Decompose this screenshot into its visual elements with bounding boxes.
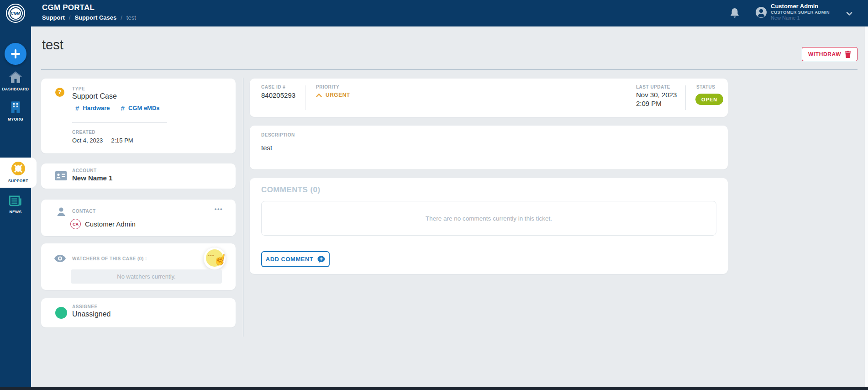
person-icon <box>56 206 67 217</box>
app-title: CGM PORTAL <box>42 3 95 12</box>
user-menu-chevron-down-icon[interactable] <box>846 10 853 17</box>
type-card: ? TYPE Support Case # Hardware # CGM eMD… <box>41 79 236 153</box>
user-menu[interactable]: Customer Admin CUSTOMER SUPER ADMIN New … <box>771 3 844 21</box>
contact-label: CONTACT <box>72 209 96 214</box>
case-id-value: 840205293 <box>261 91 295 99</box>
news-newspaper-icon <box>9 195 22 206</box>
chevron-up-icon <box>316 93 322 97</box>
hash-icon: # <box>121 104 125 112</box>
hash-icon: # <box>75 104 79 112</box>
created-date: Oct 4, 2023 <box>72 137 103 144</box>
column-divider <box>243 78 243 337</box>
topbar: CGM CGM PORTAL Support / Support Cases /… <box>0 0 868 26</box>
type-label: TYPE <box>72 86 85 91</box>
comments-empty-state: There are no comments currently in this … <box>261 201 716 236</box>
account-label: ACCOUNT <box>72 168 97 173</box>
last-update-date: Nov 30, 2023 <box>636 91 677 99</box>
assignee-avatar-dot <box>55 307 67 319</box>
status-badge: OPEN <box>695 94 723 105</box>
ellipsis-icon: ••• <box>208 253 215 258</box>
type-value: Support Case <box>72 92 117 100</box>
contact-options-menu[interactable]: ••• <box>215 206 223 212</box>
watchers-options-button[interactable]: ••• ☝ <box>204 248 226 269</box>
priority-value: URGENT <box>316 92 350 98</box>
watchers-card: WATCHERS OF THIS CASE (0) : ••• ☝ No wat… <box>41 243 236 290</box>
comments-header: COMMENTS (0) <box>261 185 320 195</box>
account-value: New Name 1 <box>72 174 112 182</box>
tag-hardware[interactable]: # Hardware <box>75 104 110 112</box>
watchers-empty-state: No watchers currently. <box>71 269 222 284</box>
account-card: ACCOUNT New Name 1 <box>41 163 236 189</box>
comments-card: COMMENTS (0) There are no comments curre… <box>250 178 728 274</box>
status-label: STATUS <box>696 84 715 90</box>
breadcrumb: Support / Support Cases / test <box>42 14 136 21</box>
last-update-label: LAST UPDATE <box>636 84 670 90</box>
myorg-building-icon <box>10 101 21 114</box>
create-new-fab-button[interactable] <box>5 43 26 65</box>
cgm-logo-text: CGM <box>10 7 22 20</box>
breadcrumb-current: test <box>126 14 136 21</box>
description-card: DESCRIPTION test <box>250 126 728 169</box>
created-value: Oct 4, 2023 2:15 PM <box>72 137 133 144</box>
contact-card: CONTACT ••• CA Customer Admin <box>41 200 236 236</box>
user-name: Customer Admin <box>771 3 844 10</box>
assignee-value: Unassigned <box>72 310 111 318</box>
id-card-icon <box>55 171 67 181</box>
screen: CGM CGM PORTAL Support / Support Cases /… <box>0 0 868 390</box>
description-label: DESCRIPTION <box>261 132 295 137</box>
user-avatar-icon[interactable] <box>755 6 767 18</box>
cgm-logo: CGM <box>6 4 25 23</box>
withdraw-button[interactable]: WITHDRAW <box>802 47 857 61</box>
sidebar-item-support[interactable]: SUPPORT <box>0 158 37 188</box>
sidebar-item-myorg[interactable]: MYORG <box>0 101 31 121</box>
tag-cgm-emds[interactable]: # CGM eMDs <box>121 104 160 112</box>
user-role: CUSTOMER SUPER ADMIN <box>771 10 844 15</box>
page-title: test <box>42 37 63 53</box>
contact-avatar: CA <box>70 219 81 229</box>
contact-value: Customer Admin <box>85 220 136 228</box>
support-lifebuoy-icon <box>11 162 25 175</box>
window-bottom-edge <box>0 387 868 390</box>
assignee-label: ASSIGNEE <box>72 304 98 309</box>
watchers-label: WATCHERS OF THIS CASE (0) : <box>72 256 147 261</box>
comment-bubble-icon <box>317 256 325 263</box>
breadcrumb-support[interactable]: Support <box>42 14 65 21</box>
dashboard-home-icon <box>9 71 22 84</box>
created-label: CREATED <box>72 130 95 135</box>
user-org: New Name 1 <box>771 15 844 21</box>
question-mark-icon: ? <box>55 88 64 97</box>
last-update-time: 2:09 PM <box>636 100 662 107</box>
breadcrumb-support-cases[interactable]: Support Cases <box>74 14 116 21</box>
priority-label: PRIORITY <box>316 84 339 90</box>
notifications-bell-icon[interactable] <box>730 7 740 19</box>
sidebar: DASHBOARD MYORG SUPPORT <box>0 26 31 387</box>
eye-icon <box>54 254 66 263</box>
case-id-label: CASE ID # <box>261 84 285 90</box>
tag-row: # Hardware # CGM eMDs <box>75 104 160 112</box>
case-info-card: CASE ID # 840205293 PRIORITY URGENT LAST… <box>250 79 728 117</box>
sidebar-item-dashboard[interactable]: DASHBOARD <box>0 71 31 91</box>
created-time: 2:15 PM <box>111 137 133 144</box>
description-text: test <box>261 144 272 152</box>
assignee-card: ASSIGNEE Unassigned <box>41 298 236 327</box>
add-comment-button[interactable]: ADD COMMENT <box>261 251 330 267</box>
trash-icon <box>845 51 851 58</box>
type-card-divider <box>72 122 167 123</box>
page-scrollbar[interactable] <box>864 26 868 387</box>
header-divider <box>41 69 857 70</box>
sidebar-item-news[interactable]: NEWS <box>0 195 31 214</box>
